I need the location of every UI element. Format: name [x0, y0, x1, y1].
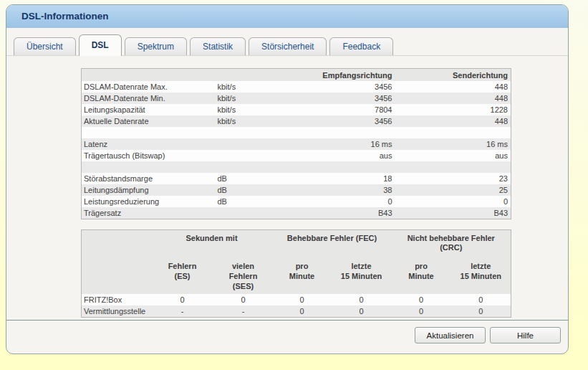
row-tx-value: 448 [395, 81, 511, 92]
row-label [82, 127, 215, 138]
header-upstream: Senderichtung [395, 69, 511, 82]
header-fec-per-minute: pro Minute [273, 255, 332, 294]
cell-value: 0 [273, 305, 332, 318]
error-counters-table: Sekunden mit Behebbare Fehler (FEC) Nich… [81, 229, 511, 318]
cell-value: 0 [332, 305, 392, 318]
row-label: Leitungsdämpfung [82, 184, 215, 196]
table-row: Leistungsreduzierung dB 0 0 [82, 196, 511, 207]
header-ses: vielen Fehlern (SES) [214, 255, 273, 294]
row-unit [215, 127, 284, 138]
row-unit: kbit/s [215, 81, 284, 92]
table-row-vermittlungsstelle: Vermittlungsstelle - - 0 0 0 0 [82, 305, 511, 318]
row-rx-value: 3456 [284, 115, 395, 127]
tab-uebersicht[interactable]: Übersicht [14, 37, 76, 55]
row-tx-value: 1228 [395, 104, 511, 115]
row-label: Latenz [82, 138, 215, 150]
table-row: Aktuelle Datenrate kbit/s 3456 448 [82, 115, 511, 127]
cell-value: 0 [451, 305, 511, 318]
row-unit [215, 207, 284, 219]
dsl-information-window: DSL-Informationen Übersicht DSL Spektrum… [6, 4, 569, 354]
row-rx-value: aus [284, 150, 395, 161]
group-fec: Behebbare Fehler (FEC) [273, 230, 392, 256]
tab-stoersicherheit[interactable]: Störsicherheit [249, 37, 327, 55]
help-button[interactable]: Hilfe [490, 327, 561, 343]
row-label: Aktuelle Datenrate [82, 115, 215, 127]
row-tx-value: B43 [395, 207, 511, 219]
row-rx-value: 7804 [284, 104, 395, 115]
cell-value: 0 [214, 294, 273, 305]
tab-bar: Übersicht DSL Spektrum Statistik Störsic… [6, 32, 568, 56]
refresh-button[interactable]: Aktualisieren [415, 327, 486, 343]
row-rx-value: 3456 [284, 92, 395, 104]
row-label: DSLAM-Datenrate Max. [82, 81, 215, 92]
row-tx-value: 448 [395, 92, 511, 104]
row-label [82, 161, 215, 173]
row-unit [215, 150, 284, 161]
cell-value: 0 [392, 305, 451, 318]
cell-value: 0 [151, 294, 214, 305]
sub-header-row: Fehlern (ES) vielen Fehlern (SES) pro Mi… [82, 255, 511, 294]
table-header-row: Empfangsrichtung Senderichtung [82, 69, 511, 82]
row-label: Leitungskapazität [82, 104, 215, 115]
row-tx-value: 448 [395, 115, 511, 127]
row-tx-value: aus [395, 150, 511, 161]
row-label: Trägertausch (Bitswap) [82, 150, 215, 161]
header-crc-last-15min: letzte 15 Minuten [451, 255, 511, 294]
footer-button-bar: Aktualisieren Hilfe [415, 327, 561, 343]
row-rx-value: B43 [284, 207, 395, 219]
tab-feedback[interactable]: Feedback [329, 37, 393, 55]
tab-label: Feedback [342, 42, 380, 52]
row-tx-value: 16 ms [395, 138, 511, 150]
row-unit: dB [215, 184, 284, 196]
header-empty [82, 230, 151, 256]
row-tx-value: 23 [395, 173, 511, 184]
row-rx-value [284, 161, 395, 173]
group-seconds-with: Sekunden mit [151, 230, 273, 256]
row-rx-value: 0 [284, 196, 395, 207]
header-es: Fehlern (ES) [151, 255, 214, 294]
cell-value: 0 [392, 294, 451, 305]
tab-statistik[interactable]: Statistik [190, 37, 246, 55]
table-row: Leitungsdämpfung dB 38 25 [82, 184, 511, 196]
tab-dsl[interactable]: DSL [79, 34, 122, 56]
table-row: Trägersatz B43 B43 [82, 207, 511, 219]
table-row: Störabstandsmarge dB 18 23 [82, 173, 511, 184]
group-header-row: Sekunden mit Behebbare Fehler (FEC) Nich… [82, 230, 511, 256]
tab-label: Störsicherheit [261, 42, 314, 52]
header-downstream: Empfangsrichtung [284, 69, 395, 82]
row-label: FRITZ!Box [82, 294, 151, 305]
row-rx-value: 18 [284, 173, 395, 184]
row-unit: dB [215, 173, 284, 184]
dsl-parameters-table: Empfangsrichtung Senderichtung DSLAM-Dat… [81, 68, 511, 219]
row-tx-value [395, 161, 511, 173]
row-rx-value [284, 127, 395, 138]
cell-value: - [214, 305, 273, 318]
header-empty [215, 69, 284, 82]
row-label: Trägersatz [82, 207, 215, 219]
row-tx-value: 25 [395, 184, 511, 196]
window-titlebar: DSL-Informationen [6, 5, 568, 28]
tab-spektrum[interactable]: Spektrum [125, 37, 187, 55]
cell-value: 0 [273, 294, 332, 305]
row-label: Störabstandsmarge [82, 173, 215, 184]
header-empty [82, 69, 215, 82]
row-unit [215, 138, 284, 150]
table-row-fritzbox: FRITZ!Box 0 0 0 0 0 0 [82, 294, 511, 305]
page-title: DSL-Informationen [21, 11, 109, 22]
row-unit: dB [215, 196, 284, 207]
table-row: Trägertausch (Bitswap) aus aus [82, 150, 511, 161]
table-row: Latenz 16 ms 16 ms [82, 138, 511, 150]
table-row: DSLAM-Datenrate Min. kbit/s 3456 448 [82, 92, 511, 104]
table-row: DSLAM-Datenrate Max. kbit/s 3456 448 [82, 81, 511, 92]
header-fec-last-15min: letzte 15 Minuten [332, 255, 392, 294]
row-unit: kbit/s [215, 104, 284, 115]
row-label: DSLAM-Datenrate Min. [82, 92, 215, 104]
group-crc: Nicht behebbare Fehler (CRC) [392, 230, 511, 256]
cell-value: - [151, 305, 214, 318]
row-rx-value: 16 ms [284, 138, 395, 150]
footer-separator [6, 320, 568, 321]
tab-label: DSL [92, 40, 109, 50]
cell-value: 0 [332, 294, 392, 305]
header-crc-per-minute: pro Minute [392, 255, 451, 294]
row-label: Vermittlungsstelle [82, 305, 151, 318]
